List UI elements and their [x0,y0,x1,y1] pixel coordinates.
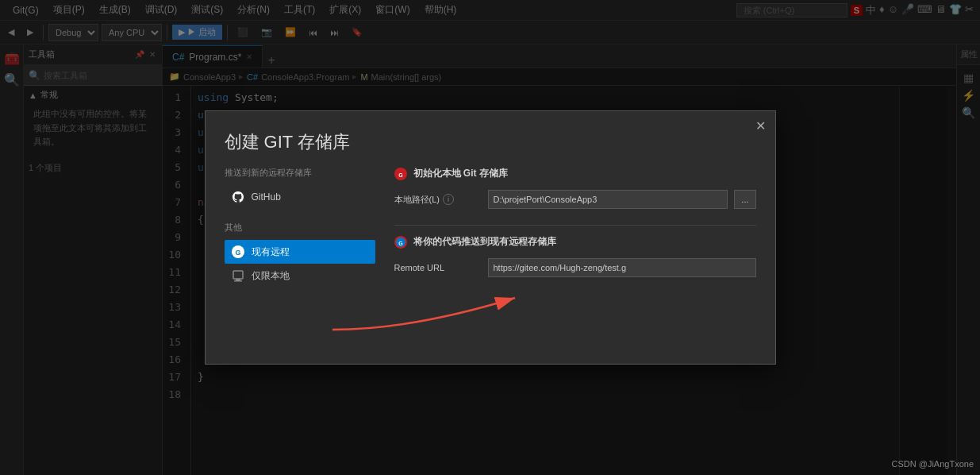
svg-rect-2 [233,271,243,279]
local-path-row: 本地路径(L) i ... [394,190,756,209]
init-section: G 初始化本地 Git 存储库 本地路径(L) i ... [394,167,756,209]
dialog-right: G 初始化本地 Git 存储库 本地路径(L) i ... [394,167,756,293]
dialog-title: 创建 GIT 存储库 [206,111,775,167]
existing-remote-icon: G [231,245,245,259]
dialog-left: 推送到新的远程存储库 GitHub 其他 [225,167,375,293]
existing-remote-label: 现有远程 [252,245,290,259]
gitee-logo: G [394,168,407,180]
local-path-label: 本地路径(L) i [394,194,482,206]
remote-url-row: Remote URL [394,258,756,277]
local-path-info-icon[interactable]: i [443,194,454,205]
github-label: GitHub [252,191,281,203]
existing-remote-option[interactable]: G 现有远程 [225,240,375,264]
browse-button[interactable]: ... [734,190,755,209]
dialog-close-btn[interactable]: ✕ [753,118,769,133]
svg-text:G: G [235,249,240,257]
push-section-title: 推送到新的远程存储库 [225,167,375,179]
dialog-overlay: ✕ 创建 GIT 存储库 推送到新的远程存储库 GitHub 其他 [0,0,980,475]
svg-rect-4 [234,280,242,282]
svg-text:G: G [398,172,403,177]
other-section: 其他 G 现有远程 [225,222,375,288]
other-section-title: 其他 [225,222,375,234]
local-only-label: 仅限本地 [252,269,290,283]
push-existing-logo: G [394,236,407,249]
local-only-option[interactable]: 仅限本地 [225,264,375,288]
remote-url-input[interactable] [488,258,756,277]
dialog-body: 推送到新的远程存储库 GitHub 其他 [206,167,775,312]
svg-text:G: G [398,240,403,245]
remote-url-label: Remote URL [394,263,482,272]
csdn-watermark: CSDN @JiAngTxone [892,459,974,469]
section-divider [394,225,756,226]
init-section-title: G 初始化本地 Git 存储库 [394,167,756,180]
svg-rect-3 [236,279,240,280]
push-existing-section: G 将你的代码推送到现有远程存储库 Remote URL [394,235,756,277]
github-icon [231,190,245,204]
push-existing-title: G 将你的代码推送到现有远程存储库 [394,235,756,249]
local-path-input[interactable] [488,190,728,209]
create-git-dialog: ✕ 创建 GIT 存储库 推送到新的远程存储库 GitHub 其他 [205,110,776,365]
github-option[interactable]: GitHub [225,185,375,209]
local-only-icon [231,268,245,283]
